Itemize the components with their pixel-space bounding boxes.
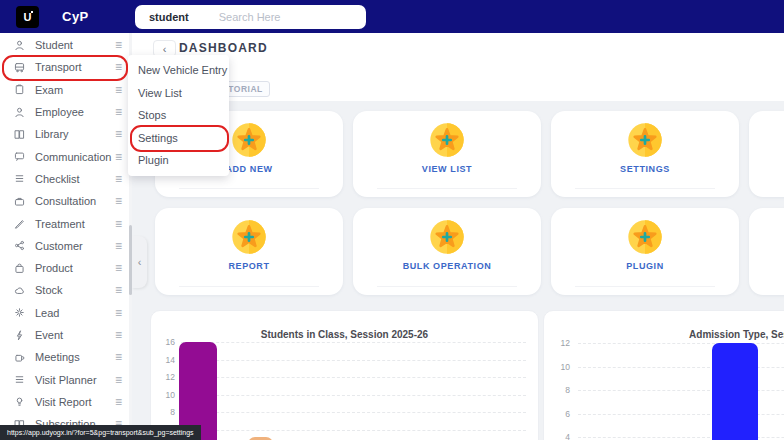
- y-tick-label: 10: [157, 390, 175, 400]
- sidebar-item-transport[interactable]: Transport ≡: [0, 56, 131, 78]
- sidebar-item-label: Exam: [35, 84, 63, 96]
- sidebar-item-visit-report[interactable]: Visit Report ≡: [0, 391, 131, 413]
- drag-handle-icon[interactable]: ≡: [115, 350, 122, 364]
- sidebar-item-label: Transport: [35, 61, 82, 73]
- card-label: SETTINGS: [620, 164, 670, 174]
- drag-handle-icon[interactable]: ≡: [115, 172, 122, 186]
- chart-title: Students in Class, Session 2025-26: [151, 329, 538, 340]
- drag-handle-icon[interactable]: ≡: [115, 261, 122, 275]
- drag-handle-icon[interactable]: ≡: [115, 306, 122, 320]
- shortcut-card-plugin[interactable]: PLUGIN: [551, 208, 739, 295]
- card-divider: [179, 188, 319, 189]
- sidebar-collapse-handle[interactable]: ‹: [132, 236, 147, 288]
- y-tick-label: 4: [552, 432, 570, 440]
- card-divider: [575, 188, 715, 189]
- card-label: ADD NEW: [225, 164, 272, 174]
- sidebar-scrollbar-thumb[interactable]: [129, 225, 132, 295]
- share-icon: [12, 239, 26, 253]
- sidebar-item-label: Event: [35, 329, 63, 341]
- sidebar-item-treatment[interactable]: Treatment ≡: [0, 212, 131, 234]
- drag-handle-icon[interactable]: ≡: [115, 395, 122, 409]
- sidebar-item-exam[interactable]: Exam ≡: [0, 79, 131, 101]
- sidebar-item-product[interactable]: Product ≡: [0, 257, 131, 279]
- drag-handle-icon[interactable]: ≡: [115, 328, 122, 342]
- drag-handle-icon[interactable]: ≡: [115, 239, 122, 253]
- sidebar-item-label: Lead: [35, 307, 59, 319]
- shortcut-card-settings[interactable]: SETTINGS: [551, 111, 739, 197]
- star-medal-icon: [229, 217, 269, 257]
- chat-icon: [12, 150, 26, 164]
- bulb-icon: [12, 395, 26, 409]
- menu-item-new-vehicle-entry[interactable]: New Vehicle Entry: [128, 59, 229, 82]
- star-medal-icon: [427, 217, 467, 257]
- sidebar-item-label: Meetings: [35, 351, 80, 363]
- app-logo[interactable]: U: [16, 6, 39, 28]
- drag-handle-icon[interactable]: ≡: [115, 217, 122, 231]
- sidebar-item-lead[interactable]: Lead ≡: [0, 302, 131, 324]
- logo-letter: U: [24, 12, 32, 22]
- chart-bar: [712, 343, 758, 440]
- shortcut-card-report[interactable]: REPORT: [155, 208, 343, 295]
- drag-handle-icon[interactable]: ≡: [115, 60, 122, 74]
- sidebar-item-consultation[interactable]: Consultation ≡: [0, 190, 131, 212]
- drag-handle-icon[interactable]: ≡: [115, 127, 122, 141]
- y-tick-label: 8: [552, 385, 570, 395]
- menu-item-settings[interactable]: Settings: [128, 127, 229, 150]
- sidebar-item-label: Product: [35, 262, 73, 274]
- sidebar-item-meetings[interactable]: Meetings ≡: [0, 346, 131, 368]
- pencil-icon: [12, 217, 26, 231]
- gridline: [181, 395, 526, 396]
- drag-handle-icon[interactable]: ≡: [115, 83, 122, 97]
- sidebar-item-customer[interactable]: Customer ≡: [0, 235, 131, 257]
- search-input[interactable]: [189, 10, 366, 24]
- chart-card-0: Students in Class, Session 2025-2616 14 …: [150, 310, 539, 440]
- star-medal-icon: [427, 120, 467, 160]
- shortcut-card-view-list[interactable]: VIEW LIST: [353, 111, 541, 197]
- chevron-left-icon: ‹: [163, 43, 167, 55]
- sidebar-item-student[interactable]: Student ≡: [0, 34, 131, 56]
- drag-handle-icon[interactable]: ≡: [115, 194, 122, 208]
- sidebar: Student ≡ Transport ≡ Exam ≡ Employee ≡ …: [0, 33, 132, 440]
- shortcut-card[interactable]: [749, 208, 784, 295]
- sidebar-item-event[interactable]: Event ≡: [0, 324, 131, 346]
- top-bar: U CyP student: [0, 0, 784, 33]
- sun-icon: [12, 306, 26, 320]
- sidebar-item-library[interactable]: Library ≡: [0, 123, 131, 145]
- drag-handle-icon[interactable]: ≡: [115, 105, 122, 119]
- sidebar-item-label: Library: [35, 128, 69, 140]
- sidebar-item-label: Treatment: [35, 218, 85, 230]
- sidebar-item-stock[interactable]: Stock ≡: [0, 279, 131, 301]
- sidebar-item-label: Communication: [35, 151, 111, 163]
- menu-item-plugin[interactable]: Plugin: [128, 149, 229, 172]
- bolt-icon: [12, 328, 26, 342]
- drag-handle-icon[interactable]: ≡: [115, 373, 122, 387]
- drag-handle-icon[interactable]: ≡: [115, 38, 122, 52]
- sidebar-item-employee[interactable]: Employee ≡: [0, 101, 131, 123]
- y-tick-label: 16: [157, 337, 175, 347]
- sidebar-item-communication[interactable]: Communication ≡: [0, 145, 131, 167]
- page-title: DASHBOARD: [179, 41, 268, 55]
- shortcut-card-bulk-operation[interactable]: BULK OPERATION: [353, 208, 541, 295]
- drag-handle-icon[interactable]: ≡: [115, 283, 122, 297]
- search-category-selector[interactable]: student: [149, 11, 189, 23]
- book-icon: [12, 127, 26, 141]
- menu-item-view-list[interactable]: View List: [128, 82, 229, 105]
- star-medal-icon: [625, 120, 665, 160]
- card-label: PLUGIN: [626, 261, 664, 271]
- sidebar-item-label: Student: [35, 39, 73, 51]
- bus-icon: [12, 60, 26, 74]
- card-divider: [377, 286, 517, 287]
- y-tick-label: 14: [157, 355, 175, 365]
- shortcut-card[interactable]: [749, 111, 784, 197]
- card-label: REPORT: [228, 261, 269, 271]
- card-divider: [377, 188, 517, 189]
- sidebar-item-label: Employee: [35, 106, 84, 118]
- gridline: [181, 360, 526, 361]
- sidebar-item-visit-planner[interactable]: Visit Planner ≡: [0, 368, 131, 390]
- sidebar-item-checklist[interactable]: Checklist ≡: [0, 168, 131, 190]
- gridline: [181, 377, 526, 378]
- sidebar-item-label: Visit Planner: [35, 374, 97, 386]
- drag-handle-icon[interactable]: ≡: [115, 150, 122, 164]
- person-icon: [12, 38, 26, 52]
- menu-item-stops[interactable]: Stops: [128, 104, 229, 127]
